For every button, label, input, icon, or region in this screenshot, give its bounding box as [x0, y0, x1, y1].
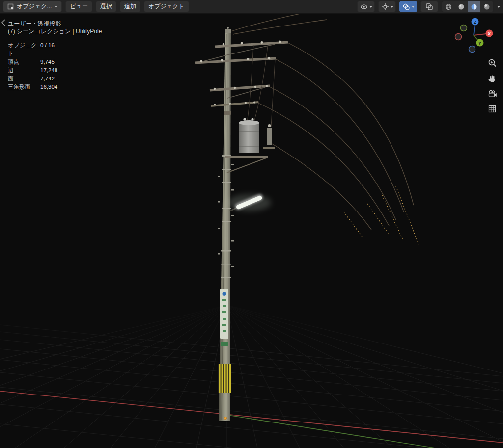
neg-y-axis-ball — [461, 25, 467, 31]
active-object-breadcrumb: (7) シーンコレクション | UtilityPole — [8, 27, 102, 35]
gizmo-icon — [381, 3, 389, 11]
menu-add[interactable]: 追加 — [120, 1, 140, 12]
menu-view[interactable]: ビュー — [65, 1, 92, 12]
3d-viewport[interactable]: ユーザー・透視投影 (7) シーンコレクション | UtilityPole オブ… — [0, 13, 503, 448]
viewport-header: オブジェク... ビュー 選択 追加 オブジェクト — [0, 0, 503, 14]
grid-icon — [487, 104, 497, 114]
shading-material-button[interactable] — [468, 1, 480, 12]
stat-row-faces: 面 7,742 — [8, 75, 102, 83]
material-sphere-icon — [470, 3, 478, 11]
street-light — [228, 193, 271, 211]
chevron-down-icon — [369, 6, 372, 8]
mode-selector-label: オブジェク... — [17, 2, 52, 11]
z-axis-label: Z — [474, 19, 476, 25]
menu-object[interactable]: オブジェクト — [144, 1, 189, 12]
shading-mode-group — [442, 1, 494, 12]
viewport-text-overlay: ユーザー・透視投影 (7) シーンコレクション | UtilityPole オブ… — [8, 20, 102, 91]
sidebar-toggle[interactable] — [1, 19, 6, 26]
shading-wireframe-button[interactable] — [442, 1, 455, 12]
navigation-gizmo[interactable]: Z X Y — [449, 16, 498, 60]
mode-selector-dropdown[interactable]: オブジェク... — [3, 1, 62, 12]
cross-arms — [195, 27, 288, 127]
stat-row-edges: 辺 17,248 — [8, 66, 102, 75]
hazard-stripes — [218, 364, 231, 393]
neg-z-axis-ball — [469, 46, 475, 53]
xray-toggle[interactable] — [420, 1, 438, 12]
overlays-icon — [402, 3, 410, 11]
eye-icon — [360, 3, 368, 11]
pan-tool-button[interactable] — [486, 72, 499, 85]
neg-x-axis-ball — [455, 34, 462, 40]
solid-sphere-icon — [457, 3, 465, 11]
object-mode-icon — [7, 3, 14, 10]
camera-icon — [487, 89, 497, 99]
sign-plate — [220, 289, 228, 346]
x-axis-stem — [474, 34, 486, 35]
stat-row-triangles: 三角形面 16,304 — [8, 83, 102, 91]
xray-icon — [425, 3, 433, 11]
shading-solid-button[interactable] — [455, 1, 468, 12]
object-visibility-dropdown[interactable] — [357, 1, 375, 12]
zoom-icon — [487, 58, 497, 68]
wireframe-sphere-icon — [445, 3, 452, 11]
chevron-down-icon — [55, 6, 57, 8]
stat-row-objects: オブジェクト 0 / 16 — [8, 41, 102, 58]
overlays-dropdown[interactable] — [399, 1, 417, 12]
x-axis-line — [0, 391, 503, 443]
grid-horizon-fade — [0, 294, 503, 351]
stat-row-vertices: 頂点 9,745 — [8, 58, 102, 66]
menu-select[interactable]: 選択 — [96, 1, 116, 12]
shading-rendered-button[interactable] — [480, 1, 493, 12]
pole-shaft — [219, 33, 231, 421]
z-axis-stem — [474, 24, 475, 35]
scene-statistics: オブジェクト 0 / 16 頂点 9,745 辺 17,248 面 7,742 … — [8, 41, 102, 91]
rendered-sphere-icon — [483, 3, 491, 11]
zoom-tool-button[interactable] — [486, 56, 499, 69]
chevron-down-icon — [412, 6, 415, 8]
x-axis-label: X — [488, 31, 491, 36]
chevron-down-icon — [391, 6, 393, 8]
gizmos-dropdown[interactable] — [378, 1, 396, 12]
y-axis-label: Y — [478, 40, 482, 46]
power-line-glints — [344, 186, 419, 246]
object-origin-dot — [224, 417, 226, 419]
hand-icon — [487, 74, 497, 83]
view-perspective-label: ユーザー・透視投影 — [8, 20, 102, 27]
toggle-orthographic-button[interactable] — [486, 103, 499, 115]
shading-options-chevron[interactable] — [497, 6, 500, 8]
insulators — [200, 41, 281, 105]
camera-view-button[interactable] — [486, 87, 499, 100]
